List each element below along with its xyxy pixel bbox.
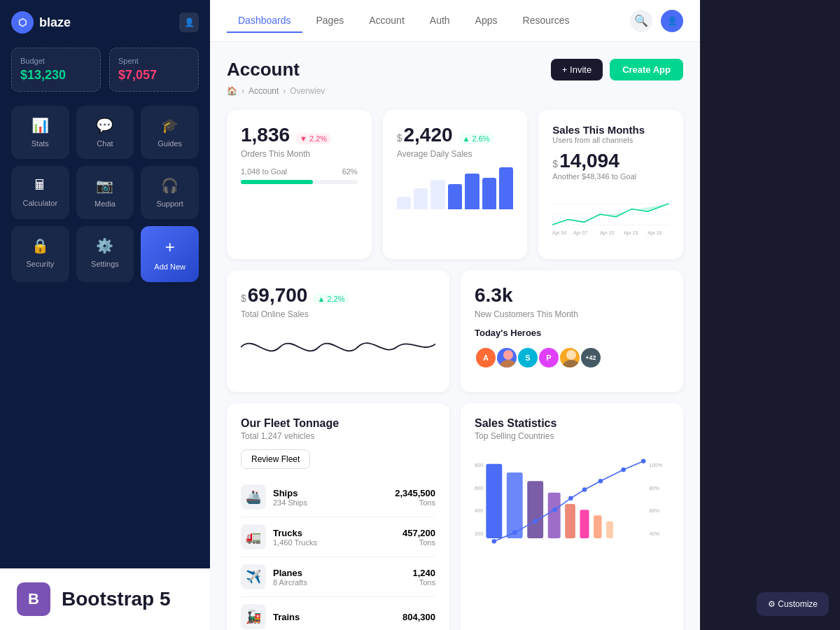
sidebar-item-chat[interactable]: 💬 Chat (76, 106, 134, 159)
svg-text:Apr 13: Apr 13 (624, 230, 638, 236)
tab-auth[interactable]: Auth (419, 9, 461, 33)
main-content: Dashboards Pages Account Auth Apps Resou… (210, 0, 700, 630)
sales-stats-card: Sales Statistics Top Selling Countries 8… (461, 403, 683, 630)
sales-month-subtitle: Users from all channels (552, 136, 669, 144)
sidebar-item-label: Stats (31, 139, 49, 148)
planes-count: 8 Aircrafts (273, 578, 412, 587)
orders-card: 1,836 ▼ 2.2% Orders This Month 1,048 to … (227, 110, 372, 259)
sidebar-item-support[interactable]: 🎧 Support (141, 166, 199, 219)
svg-point-36 (641, 458, 646, 463)
breadcrumb-current: Overwiev (290, 86, 325, 96)
svg-point-11 (563, 360, 580, 369)
add-icon: + (165, 237, 175, 257)
chat-icon: 💬 (96, 117, 113, 134)
svg-point-9 (500, 360, 517, 369)
tab-resources[interactable]: Resources (512, 9, 581, 33)
fleet-title: Our Fleet Tonnage (241, 417, 435, 430)
user-avatar[interactable]: 👤 (661, 10, 683, 32)
svg-rect-20 (486, 464, 502, 538)
ships-count: 234 Ships (273, 498, 395, 507)
logo: ⬡ blaze (11, 11, 71, 34)
trucks-count: 1,460 Trucks (273, 538, 402, 547)
bar-4 (448, 184, 462, 209)
breadcrumb-account[interactable]: Account (248, 86, 279, 96)
tab-dashboards[interactable]: Dashboards (227, 9, 302, 33)
hero-avatar-5 (559, 346, 581, 369)
review-fleet-button[interactable]: Review Fleet (241, 449, 310, 469)
svg-text:100%: 100% (649, 462, 662, 468)
security-icon: 🔒 (31, 237, 49, 254)
online-prefix: $ (241, 293, 246, 304)
sidebar-item-label: Guides (158, 139, 182, 148)
customize-button[interactable]: ⚙ Customize (757, 592, 829, 616)
breadcrumb-sep2: › (283, 86, 286, 96)
svg-rect-22 (527, 481, 543, 538)
svg-text:Apr 10: Apr 10 (601, 230, 615, 236)
bar-3 (430, 180, 444, 209)
sidebar-item-label: Security (26, 260, 54, 268)
hero-avatar-3: S (517, 346, 539, 369)
stats-icon: 📊 (31, 117, 49, 134)
svg-point-33 (582, 487, 587, 492)
svg-text:80%: 80% (649, 485, 659, 491)
sales-month-title: Sales This Months (552, 124, 669, 136)
online-sales-card: $ 69,700 ▲ 2.2% Total Online Sales (227, 270, 449, 392)
sidebar-item-settings[interactable]: ⚙️ Settings (76, 226, 134, 282)
svg-text:Apr 04: Apr 04 (552, 230, 566, 236)
tab-account[interactable]: Account (358, 9, 416, 33)
settings-icon: ⚙️ (96, 237, 113, 254)
trucks-icon: 🚛 (241, 524, 266, 550)
online-number: 69,700 (248, 284, 308, 307)
new-customers-card: 6.3k New Customers This Month Today's He… (461, 270, 683, 392)
svg-point-30 (533, 519, 538, 524)
sidebar-item-label: Support (156, 200, 183, 208)
svg-rect-23 (548, 493, 561, 538)
top-nav-right: 🔍 👤 (630, 10, 683, 32)
header-actions: + Invite Create App (551, 59, 683, 80)
bar-5 (465, 174, 479, 209)
create-app-button[interactable]: Create App (610, 59, 683, 80)
fleet-item-trucks: 🚛 Trucks 1,460 Trucks 457,200 Tons (241, 517, 435, 557)
invite-button[interactable]: + Invite (551, 59, 603, 80)
fleet-item-trains: 🚂 Trains 804,300 (241, 597, 435, 630)
avg-prefix: $ (397, 132, 402, 144)
sidebar-item-media[interactable]: 📷 Media (76, 166, 134, 219)
svg-rect-21 (507, 472, 523, 538)
hero-avatar-1: A (475, 346, 497, 369)
search-button[interactable]: 🔍 (630, 10, 652, 32)
ships-value: 2,345,500 (395, 488, 435, 498)
tab-pages[interactable]: Pages (305, 9, 356, 33)
sidebar-item-calculator[interactable]: 🖩 Calculator (11, 166, 69, 219)
sidebar-item-security[interactable]: 🔒 Security (11, 226, 69, 282)
ships-name: Ships (273, 488, 395, 498)
sidebar-item-stats[interactable]: 📊 Stats (11, 106, 69, 159)
user-settings-icon[interactable]: 👤 (179, 13, 199, 32)
mini-bar-chart (397, 167, 514, 209)
tab-apps[interactable]: Apps (464, 9, 509, 33)
svg-text:40%: 40% (649, 531, 659, 537)
sidebar-item-add-new[interactable]: + Add New (141, 226, 199, 282)
planes-unit: Tons (412, 578, 435, 587)
svg-point-28 (492, 539, 497, 544)
customers-label: New Customers This Month (475, 309, 669, 319)
heroes-avatars: A S P +42 (475, 346, 669, 369)
heroes-title: Today's Heroes (475, 328, 669, 338)
bootstrap-icon: B (17, 582, 50, 616)
svg-rect-25 (580, 510, 589, 538)
avg-label: Average Daily Sales (397, 149, 514, 159)
sidebar-item-guides[interactable]: 🎓 Guides (141, 106, 199, 159)
orders-label: Orders This Month (241, 149, 358, 159)
logo-icon: ⬡ (11, 11, 34, 34)
svg-point-35 (621, 468, 626, 472)
sales-stats-chart: 800 600 400 200 100% 80% 60% 40% (475, 441, 669, 567)
media-icon: 📷 (96, 177, 113, 194)
ships-unit: Tons (395, 498, 435, 507)
svg-text:Apr 07: Apr 07 (574, 230, 588, 236)
bar-7 (499, 167, 513, 209)
trains-name: Trains (273, 612, 402, 622)
calculator-icon: 🖩 (33, 177, 47, 193)
planes-name: Planes (273, 568, 412, 578)
svg-point-8 (503, 350, 513, 360)
svg-rect-24 (565, 504, 575, 538)
trucks-value: 457,200 (402, 528, 435, 538)
